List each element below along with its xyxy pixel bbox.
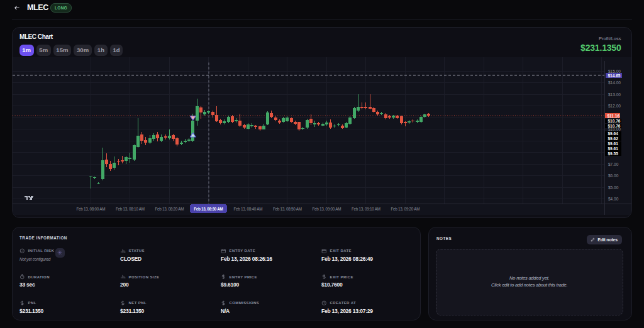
svg-text:$12.00: $12.00: [608, 104, 621, 108]
svg-text:$15.00: $15.00: [608, 69, 621, 74]
svg-text:Feb 13, 08:20 AM: Feb 13, 08:20 AM: [155, 207, 184, 211]
svg-text:$14.65: $14.65: [608, 74, 621, 79]
svg-text:$5.00: $5.00: [608, 185, 619, 190]
svg-text:$9.55: $9.55: [608, 151, 619, 156]
svg-text:$14.00: $14.00: [608, 80, 621, 85]
svg-text:Feb 13, 08:50 AM: Feb 13, 08:50 AM: [273, 207, 302, 211]
svg-text:$9.62: $9.62: [608, 136, 619, 141]
svg-text:$4.00: $4.00: [608, 197, 619, 201]
svg-text:Feb 13, 08:40 AM: Feb 13, 08:40 AM: [233, 207, 262, 211]
svg-text:Feb 13, 08:10 AM: Feb 13, 08:10 AM: [116, 207, 145, 211]
svg-text:$9.61: $9.61: [608, 146, 619, 151]
svg-text:Feb 13, 08:30 AM: Feb 13, 08:30 AM: [194, 207, 223, 212]
svg-text:$10.76: $10.76: [608, 119, 621, 124]
svg-text:$6.00: $6.00: [608, 173, 619, 178]
svg-text:Feb 13, 09:10 AM: Feb 13, 09:10 AM: [352, 207, 380, 211]
svg-text:$13.00: $13.00: [608, 92, 621, 97]
svg-text:Feb 13, 09:00 AM: Feb 13, 09:00 AM: [312, 207, 341, 211]
svg-text:$7.00: $7.00: [608, 162, 619, 167]
svg-text:$9.64: $9.64: [608, 131, 619, 136]
svg-text:Feb 13, 09:20 AM: Feb 13, 09:20 AM: [391, 207, 419, 211]
svg-text:Feb 13, 08:00 AM: Feb 13, 08:00 AM: [76, 207, 105, 211]
svg-text:$10.76: $10.76: [608, 124, 621, 129]
svg-text:$11.16: $11.16: [608, 114, 620, 119]
